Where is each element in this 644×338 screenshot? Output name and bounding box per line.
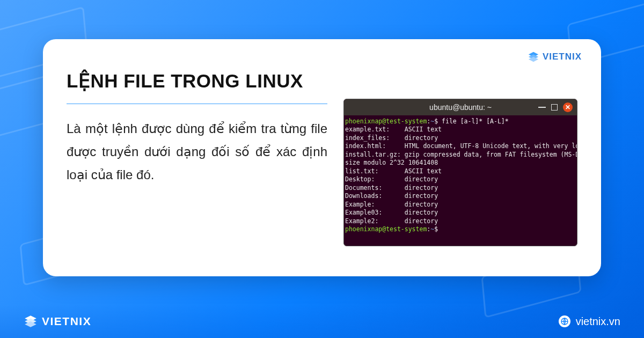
globe-icon — [559, 315, 570, 327]
terminal-output-line: index_files: directory — [345, 134, 576, 143]
terminal-output-line: Example03: directory — [345, 209, 576, 217]
terminal-body: phoenixnap@test-system:~$ file [a-l]* [A… — [344, 115, 577, 236]
window-controls: ✕ — [538, 102, 573, 112]
terminal-output-line: Example: directory — [345, 201, 576, 209]
terminal-final-prompt: phoenixnap@test-system:~$ — [345, 225, 576, 234]
terminal-output-line: Documents: directory — [345, 184, 576, 193]
maximize-button[interactable] — [551, 104, 558, 111]
terminal-output-line: Desktop: directory — [345, 175, 576, 184]
terminal-output-line: size modulo 2^32 10641408 — [345, 159, 576, 167]
terminal-window: ubuntu@ubuntu: ~ ✕ phoenixnap@test-syste… — [343, 99, 577, 246]
terminal-titlebar: ubuntu@ubuntu: ~ ✕ — [344, 99, 577, 115]
terminal-prompt-line: phoenixnap@test-system:~$ file [a-l]* [A… — [345, 117, 576, 126]
text-column: LỆNH FILE TRONG LINUX Là một lệnh được d… — [67, 61, 327, 257]
brand-url: vietnix.vn — [559, 315, 620, 328]
content-card: VIETNIX LỆNH FILE TRONG LINUX Là một lện… — [43, 39, 601, 276]
terminal-output-line: index.html: HTML document, UTF-8 Unicode… — [345, 142, 576, 151]
brand-name-top: VIETNIX — [543, 52, 582, 62]
page-title: LỆNH FILE TRONG LINUX — [67, 70, 327, 92]
brand-logo-top: VIETNIX — [528, 51, 582, 63]
minimize-button[interactable] — [538, 107, 546, 108]
close-button[interactable]: ✕ — [563, 102, 573, 112]
terminal-output-line: example.txt: ASCII text — [345, 126, 576, 134]
stack-icon — [528, 51, 539, 63]
terminal-output-line: Example2: directory — [345, 217, 576, 226]
brand-name-bottom: VIETNIX — [42, 315, 91, 328]
description-text: Là một lệnh được dùng để kiểm tra từng f… — [67, 117, 327, 187]
terminal-output-line: list.txt: ASCII text — [345, 167, 576, 176]
stack-icon — [24, 314, 38, 328]
brand-logo-bottom: VIETNIX — [24, 314, 91, 328]
close-icon: ✕ — [565, 104, 570, 111]
brand-url-text: vietnix.vn — [576, 315, 620, 328]
terminal-output-line: install.tar.gz: gzip compressed data, fr… — [345, 151, 576, 159]
terminal-output-line: Downloads: directory — [345, 192, 576, 201]
title-divider — [67, 104, 327, 104]
page-footer: VIETNIX vietnix.vn — [0, 305, 644, 338]
terminal-title: ubuntu@ubuntu: ~ — [429, 103, 492, 112]
